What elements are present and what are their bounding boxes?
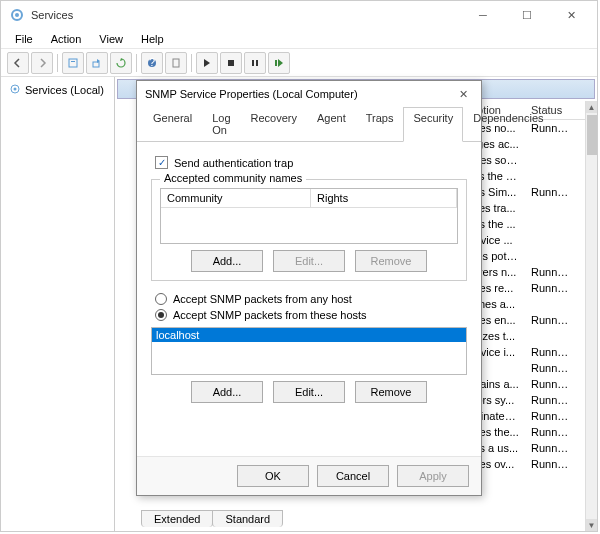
restart-button[interactable] [268, 52, 290, 74]
hosts-add-button[interactable]: Add... [191, 381, 263, 403]
toolbar-separator [136, 54, 137, 72]
properties-button[interactable] [62, 52, 84, 74]
menu-view[interactable]: View [91, 31, 131, 47]
window-controls: ─ ☐ ✕ [465, 5, 589, 25]
tab-standard[interactable]: Standard [212, 510, 283, 527]
table-row[interactable]: Running [465, 360, 585, 376]
cell-status [525, 233, 575, 247]
cell-status [525, 217, 575, 231]
table-row[interactable]: rdinates...Running [465, 408, 585, 424]
table-row[interactable]: ntains a...Running [465, 376, 585, 392]
cell-status: Running [525, 265, 575, 279]
table-row[interactable]: ides re...Running [465, 280, 585, 296]
host-item[interactable]: localhost [152, 328, 466, 342]
scroll-thumb[interactable] [587, 115, 597, 155]
accept-these-label: Accept SNMP packets from these hosts [173, 309, 367, 321]
dialog-titlebar: SNMP Service Properties (Local Computer)… [137, 81, 481, 107]
tab-security[interactable]: Security [403, 107, 463, 142]
export-button[interactable] [86, 52, 108, 74]
tree-pane: Services (Local) [1, 77, 115, 531]
table-row[interactable]: ates soft... [465, 152, 585, 168]
hosts-remove-button[interactable]: Remove [355, 381, 427, 403]
svg-rect-4 [93, 62, 99, 67]
table-row[interactable]: iches a... [465, 296, 585, 312]
tab-extended[interactable]: Extended [141, 510, 213, 527]
scroll-down-icon[interactable]: ▼ [586, 519, 597, 531]
table-row[interactable]: ives tra... [465, 200, 585, 216]
services-icon [9, 7, 25, 23]
tree-item-services-local[interactable]: Services (Local) [5, 81, 110, 99]
table-row[interactable]: ervice i...Running [465, 344, 585, 360]
ok-button[interactable]: OK [237, 465, 309, 487]
accept-these-radio[interactable] [155, 309, 167, 321]
table-row[interactable]: ides the...Running [465, 424, 585, 440]
cell-status: Running [525, 441, 575, 455]
community-add-button[interactable]: Add... [191, 250, 263, 272]
start-button[interactable] [196, 52, 218, 74]
cell-status [525, 201, 575, 215]
table-row[interactable]: ides ov...Running [465, 456, 585, 472]
dialog-title: SNMP Service Properties (Local Computer) [145, 88, 453, 100]
close-button[interactable]: ✕ [553, 5, 589, 25]
table-row[interactable]: ws the s... [465, 168, 585, 184]
scroll-up-icon[interactable]: ▲ [586, 101, 597, 113]
community-buttons: Add... Edit... Remove [160, 244, 458, 272]
rights-col-header[interactable]: Rights [311, 189, 457, 207]
forward-button[interactable] [31, 52, 53, 74]
table-row[interactable]: les a us...Running [465, 440, 585, 456]
table-row[interactable]: overs n...Running [465, 264, 585, 280]
back-button[interactable] [7, 52, 29, 74]
community-remove-button[interactable]: Remove [355, 250, 427, 272]
table-row[interactable]: les the ... [465, 216, 585, 232]
tab-traps[interactable]: Traps [356, 107, 404, 141]
cell-status [525, 249, 575, 263]
dialog-close-button[interactable]: ✕ [453, 88, 473, 101]
security-tab-body: ✓ Send authentication trap Accepted comm… [137, 142, 481, 456]
tree-item-label: Services (Local) [25, 84, 104, 96]
help-button[interactable]: ? [141, 52, 163, 74]
table-row[interactable]: ides en...Running [465, 312, 585, 328]
cell-status: Running [525, 345, 575, 359]
vertical-scrollbar[interactable]: ▲ ▼ [585, 101, 597, 531]
apply-button[interactable]: Apply [397, 465, 469, 487]
table-row[interactable]: itors sy...Running [465, 392, 585, 408]
refresh-button[interactable] [110, 52, 132, 74]
svg-point-1 [15, 13, 19, 17]
hosts-list[interactable]: localhost [151, 327, 467, 375]
svg-point-13 [14, 88, 17, 91]
hosts-edit-button[interactable]: Edit... [273, 381, 345, 403]
table-row[interactable]: ties pote... [465, 248, 585, 264]
community-edit-button[interactable]: Edit... [273, 250, 345, 272]
table-row[interactable]: ervice ... [465, 232, 585, 248]
table-row[interactable]: mizes t... [465, 328, 585, 344]
services-table: ription Status ides no...Runningages ac.… [465, 101, 585, 472]
send-auth-trap-checkbox[interactable]: ✓ [155, 156, 168, 169]
pause-button[interactable] [244, 52, 266, 74]
svg-rect-2 [69, 59, 77, 67]
accept-any-radio[interactable] [155, 293, 167, 305]
cell-status: Running [525, 185, 575, 199]
window-title: Services [31, 9, 465, 21]
table-row[interactable]: les Sim...Running [465, 184, 585, 200]
community-col-header[interactable]: Community [161, 189, 311, 207]
menu-help[interactable]: Help [133, 31, 172, 47]
cancel-button[interactable]: Cancel [317, 465, 389, 487]
minimize-button[interactable]: ─ [465, 5, 501, 25]
svg-rect-10 [256, 60, 258, 66]
tab-agent[interactable]: Agent [307, 107, 356, 141]
maximize-button[interactable]: ☐ [509, 5, 545, 25]
tab-recovery[interactable]: Recovery [241, 107, 307, 141]
svg-rect-11 [275, 60, 277, 66]
cell-status: Running [525, 425, 575, 439]
cell-status: Running [525, 313, 575, 327]
tab-general[interactable]: General [143, 107, 202, 141]
tab-dependencies[interactable]: Dependencies [463, 107, 553, 141]
menu-action[interactable]: Action [43, 31, 90, 47]
properties2-button[interactable] [165, 52, 187, 74]
cell-status: Running [525, 457, 575, 471]
menu-file[interactable]: File [7, 31, 41, 47]
svg-rect-8 [228, 60, 234, 66]
community-list[interactable]: Community Rights [160, 188, 458, 244]
stop-button[interactable] [220, 52, 242, 74]
tab-logon[interactable]: Log On [202, 107, 240, 141]
